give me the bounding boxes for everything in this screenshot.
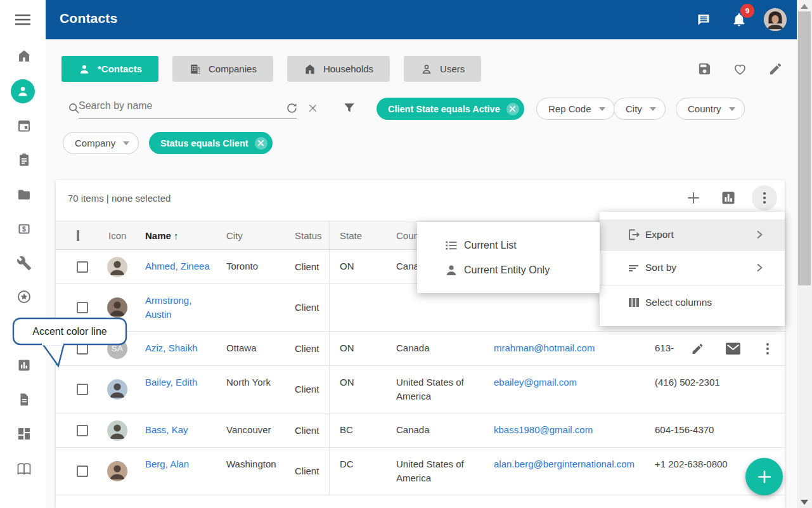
city-cell: North York bbox=[218, 366, 285, 413]
column-header-icon[interactable]: Icon bbox=[103, 230, 140, 241]
menu-icon[interactable] bbox=[14, 12, 32, 27]
chart-view-button[interactable] bbox=[721, 190, 736, 205]
status-cell: Client bbox=[285, 284, 330, 331]
contact-name-link[interactable]: Bailey, Edith bbox=[145, 377, 197, 388]
row-checkbox[interactable] bbox=[77, 261, 88, 273]
submenu-item-current-list[interactable]: Current List bbox=[417, 233, 600, 257]
columns-icon bbox=[626, 295, 641, 310]
table-row[interactable]: Bass, Kay Vancouver Client BC Canada kba… bbox=[56, 414, 785, 448]
chat-button[interactable] bbox=[696, 12, 711, 27]
menu-item-select-columns[interactable]: Select columns bbox=[600, 285, 785, 320]
tab-contacts[interactable]: *Contacts bbox=[61, 56, 158, 82]
row-actions bbox=[683, 332, 785, 365]
email-link[interactable]: mrahman@hotmail.com bbox=[494, 342, 595, 353]
tab-companies[interactable]: Companies bbox=[172, 56, 273, 82]
person-icon bbox=[444, 263, 459, 278]
status-cell: Client bbox=[285, 414, 330, 447]
city-cell: Ottawa bbox=[218, 332, 285, 365]
sidebar-item-dashboard[interactable] bbox=[15, 421, 33, 446]
scrollbar[interactable] bbox=[797, 0, 812, 508]
sidebar-item-calendar[interactable] bbox=[15, 113, 33, 138]
email-link[interactable]: alan.berg@berginternational.com bbox=[494, 459, 635, 469]
page-title: Contacts bbox=[60, 11, 117, 26]
state-cell: ON bbox=[330, 250, 391, 283]
sidebar-item-documents[interactable] bbox=[15, 387, 33, 412]
scroll-down-icon[interactable] bbox=[801, 500, 808, 505]
edit-button[interactable] bbox=[768, 62, 783, 76]
sidebar-item-home[interactable] bbox=[15, 43, 33, 68]
remove-filter-icon[interactable] bbox=[506, 103, 519, 115]
add-contact-fab[interactable] bbox=[745, 458, 783, 495]
plus-icon bbox=[756, 468, 773, 486]
email-link[interactable]: ebailey@gmail.com bbox=[494, 377, 577, 388]
filter-chip-client-state[interactable]: Client State equals Active bbox=[377, 98, 524, 120]
list-more-button[interactable] bbox=[752, 185, 777, 211]
sidebar-item-contacts[interactable] bbox=[11, 79, 35, 103]
sidebar-item-library[interactable] bbox=[15, 456, 33, 481]
sidebar-item-tasks[interactable] bbox=[15, 147, 33, 173]
filter-dropdown-city[interactable]: City bbox=[614, 98, 666, 120]
tab-households[interactable]: Households bbox=[287, 56, 390, 82]
chevron-down-icon bbox=[650, 107, 656, 111]
chevron-down-icon bbox=[599, 107, 605, 111]
sidebar-item-favorites[interactable] bbox=[15, 284, 33, 309]
row-checkbox[interactable] bbox=[77, 384, 88, 395]
submenu-item-current-entity-only[interactable]: Current Entity Only bbox=[417, 257, 600, 282]
filter-dropdown-company[interactable]: Company bbox=[63, 132, 139, 154]
svg-text:$: $ bbox=[22, 225, 26, 233]
favorite-button[interactable] bbox=[733, 62, 747, 76]
filter-chip-status[interactable]: Status equals Client bbox=[149, 132, 273, 154]
row-checkbox[interactable] bbox=[77, 425, 88, 436]
status-cell: Client bbox=[285, 366, 330, 413]
row-checkbox[interactable] bbox=[77, 302, 88, 313]
status-cell: Client bbox=[285, 332, 330, 365]
table-row[interactable]: SA Aziz, Shaikh Ottawa Client ON Canada … bbox=[56, 332, 785, 366]
menu-item-sort-by[interactable]: Sort by bbox=[600, 250, 785, 285]
table-row[interactable]: Berg, Alan Washington Client DC United S… bbox=[56, 448, 785, 495]
scrollbar-thumb[interactable] bbox=[798, 11, 811, 285]
filter-dropdown-rep-code[interactable]: Rep Code bbox=[536, 98, 615, 120]
column-header-status[interactable]: Status bbox=[285, 221, 330, 249]
sidebar-item-billing[interactable]: $ bbox=[15, 216, 33, 242]
home-icon bbox=[16, 48, 32, 63]
home-icon bbox=[304, 63, 316, 75]
row-checkbox[interactable] bbox=[77, 466, 88, 477]
contact-name-link[interactable]: Armstrong, Austin bbox=[145, 295, 191, 320]
search-underline bbox=[79, 118, 297, 119]
envelope-icon bbox=[725, 342, 741, 355]
select-all-checkbox[interactable] bbox=[77, 230, 79, 241]
contact-name-link[interactable]: Bass, Kay bbox=[145, 424, 188, 435]
contact-name-link[interactable]: Aziz, Shaikh bbox=[145, 342, 198, 353]
scroll-up-icon[interactable] bbox=[801, 4, 808, 9]
row-email-button[interactable] bbox=[725, 342, 741, 355]
remove-filter-icon[interactable] bbox=[255, 137, 267, 150]
filter-dropdown-country[interactable]: Country bbox=[676, 98, 745, 120]
refresh-icon[interactable] bbox=[285, 101, 299, 115]
state-cell bbox=[330, 284, 391, 331]
email-link[interactable]: kbass1980@gmail.com bbox=[494, 424, 593, 435]
person-outline-icon bbox=[420, 63, 433, 75]
tab-users[interactable]: Users bbox=[404, 56, 481, 82]
sidebar-item-files[interactable] bbox=[15, 182, 33, 207]
table-row[interactable]: Bailey, Edith North York Client ON Unite… bbox=[56, 366, 785, 414]
contact-name-link[interactable]: Ahmed, Zineea bbox=[145, 261, 210, 271]
column-header-state[interactable]: State bbox=[330, 230, 391, 241]
sidebar-item-tools[interactable] bbox=[15, 251, 33, 276]
items-summary: 70 items | none selected bbox=[68, 193, 171, 204]
chevron-right-icon bbox=[754, 263, 764, 273]
menu-item-export[interactable]: Export bbox=[600, 219, 785, 250]
user-avatar[interactable] bbox=[764, 8, 787, 31]
folder-icon bbox=[16, 187, 32, 202]
clear-search-icon[interactable] bbox=[307, 102, 319, 114]
save-button[interactable] bbox=[697, 62, 712, 76]
row-more-button[interactable] bbox=[762, 342, 773, 356]
more-vert-icon bbox=[759, 191, 770, 205]
column-header-name[interactable]: Name ↑ bbox=[140, 230, 218, 241]
search-input[interactable] bbox=[79, 100, 281, 112]
column-header-city[interactable]: City bbox=[218, 230, 285, 241]
contact-name-link[interactable]: Berg, Alan bbox=[145, 459, 189, 469]
filter-icon[interactable] bbox=[342, 101, 356, 115]
country-cell: Canada bbox=[391, 414, 485, 447]
add-item-button[interactable] bbox=[686, 190, 701, 205]
row-edit-button[interactable] bbox=[691, 342, 704, 355]
